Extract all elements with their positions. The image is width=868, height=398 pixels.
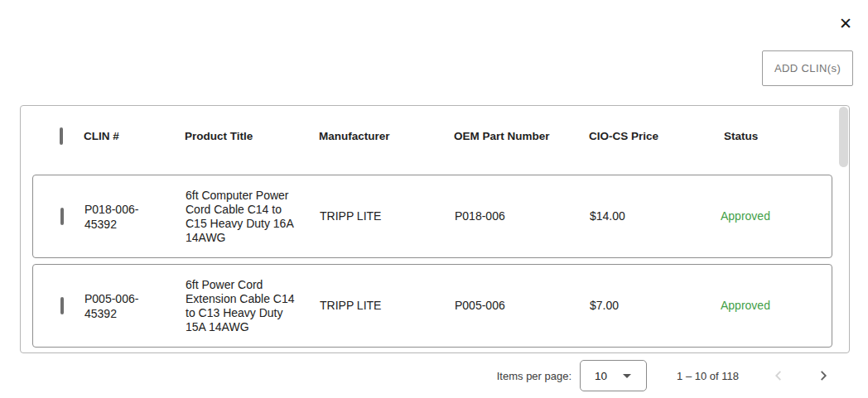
status-cell: Approved — [721, 299, 832, 313]
manufacturer-cell: TRIPP LITE — [320, 209, 455, 223]
dropdown-arrow-icon — [623, 374, 631, 378]
select-all-checkbox[interactable] — [60, 127, 63, 145]
table-header: CLIN # Product Title Manufacturer OEM Pa… — [21, 106, 849, 175]
oem-part-number-cell: P005-006 — [455, 299, 590, 313]
column-header-oem-part-number: OEM Part Number — [454, 130, 589, 142]
oem-part-number-cell: P018-006 — [455, 209, 590, 223]
chevron-right-icon — [814, 367, 832, 385]
price-cell: $7.00 — [590, 299, 721, 313]
scrollbar-thumb[interactable] — [839, 107, 848, 167]
clin-table: CLIN # Product Title Manufacturer OEM Pa… — [20, 105, 850, 353]
close-icon: ✕ — [839, 14, 852, 32]
column-header-product-title: Product Title — [185, 130, 319, 142]
previous-page-button[interactable] — [767, 364, 790, 387]
page-range-label: 1 – 10 of 118 — [677, 370, 739, 382]
close-button[interactable]: ✕ — [834, 12, 857, 35]
add-clin-button[interactable]: ADD CLIN(s) — [762, 50, 853, 86]
price-cell: $14.00 — [590, 209, 721, 223]
clin-cell: P005-006-45392 — [84, 291, 154, 321]
column-header-price: CIO-CS Price — [589, 130, 720, 142]
pagination-bar: Items per page: 10 1 – 10 of 118 — [0, 353, 835, 398]
clin-cell: P018-006-45392 — [84, 202, 154, 232]
next-page-button[interactable] — [812, 364, 835, 387]
items-per-page-value: 10 — [595, 370, 607, 382]
row-checkbox[interactable] — [60, 208, 64, 225]
row-checkbox[interactable] — [60, 297, 64, 314]
status-cell: Approved — [721, 209, 832, 223]
column-header-clin: CLIN # — [84, 130, 185, 142]
table-row: P018-006-45392 6ft Computer Power Cord C… — [32, 175, 832, 258]
chevron-left-icon — [769, 367, 788, 385]
column-header-status: Status — [720, 130, 832, 142]
table-row: P005-006-45392 6ft Power Cord Extension … — [32, 264, 832, 348]
product-title-cell: 6ft Computer Power Cord Cable C14 to C15… — [186, 189, 295, 245]
items-per-page-label: Items per page: — [497, 370, 571, 382]
column-header-manufacturer: Manufacturer — [319, 130, 454, 142]
items-per-page-select[interactable]: 10 — [580, 360, 647, 391]
manufacturer-cell: TRIPP LITE — [320, 299, 455, 313]
product-title-cell: 6ft Power Cord Extension Cable C14 to C1… — [186, 278, 295, 334]
